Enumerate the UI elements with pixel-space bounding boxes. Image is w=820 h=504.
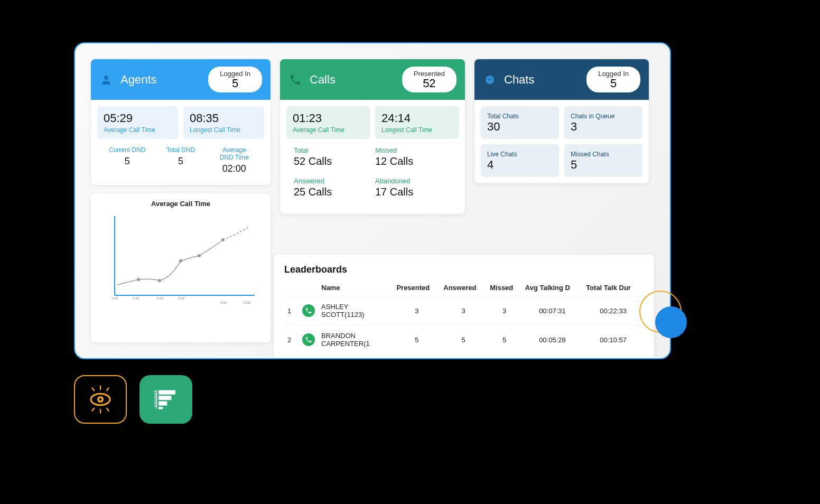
leaderboard-table: Name Presented Answered Missed Avg Talki…: [284, 279, 644, 354]
svg-line-23: [107, 388, 109, 390]
eye-app-icon[interactable]: [74, 375, 127, 424]
svg-line-22: [92, 388, 94, 390]
col-missed[interactable]: Missed: [487, 279, 522, 296]
dashboard-frame: Agents Logged In 5 05:29 Average Call Ti…: [74, 42, 671, 359]
total-dnd: Total DND 5: [154, 146, 207, 174]
person-icon: [99, 73, 113, 87]
line-chart-svg: 0.00 0.00 0.00 0.00 0.00 0.00: [97, 211, 264, 306]
pill-value: 52: [414, 78, 445, 89]
agents-longest-call-time: 08:35 Longest Call Time: [183, 106, 264, 139]
live-chats: Live Chats 4: [481, 144, 559, 177]
total-chats: Total Chats 30: [481, 106, 559, 139]
chats-header: Chats Logged In 5: [474, 59, 649, 100]
chat-icon: [483, 73, 497, 87]
svg-text:0.00: 0.00: [157, 297, 163, 300]
svg-point-5: [179, 259, 182, 263]
svg-rect-33: [154, 403, 155, 404]
svg-rect-32: [154, 400, 155, 402]
agents-card: Agents Logged In 5 05:29 Average Call Ti…: [91, 59, 271, 185]
svg-point-6: [198, 254, 201, 257]
calls-answered: Answered 25 Calls: [294, 177, 370, 198]
col-avg-talking[interactable]: Avg Talking D: [522, 279, 583, 296]
svg-rect-35: [159, 390, 175, 395]
chart-title: Average Call Time: [97, 200, 264, 208]
svg-point-4: [158, 279, 161, 282]
svg-point-15: [488, 79, 489, 80]
current-dnd: Current DND 5: [100, 146, 154, 174]
svg-text:0.00: 0.00: [178, 297, 184, 300]
svg-text:0.00: 0.00: [244, 301, 250, 304]
pill-value: 5: [220, 78, 250, 89]
phone-icon: [288, 73, 302, 87]
svg-text:0.00: 0.00: [112, 297, 118, 300]
svg-rect-34: [154, 406, 155, 407]
svg-line-25: [92, 408, 94, 411]
col-total-talk[interactable]: Total Talk Dur: [583, 279, 644, 296]
svg-rect-28: [154, 391, 155, 392]
svg-point-16: [489, 79, 490, 80]
missed-chats: Missed Chats 5: [564, 144, 642, 177]
agents-logged-in-pill: Logged In 5: [208, 67, 262, 92]
svg-rect-36: [159, 396, 171, 400]
svg-point-3: [137, 278, 140, 281]
calls-presented-pill: Presented 52: [402, 67, 456, 92]
phone-active-icon: [302, 304, 315, 317]
svg-rect-27: [156, 390, 157, 409]
svg-point-7: [221, 238, 225, 241]
table-row[interactable]: 2 BRANDON CARPENTER(1 5 5 5 00:05:28 00:…: [284, 325, 644, 354]
calls-longest-call-time: 24:14 Longest Call Time: [375, 106, 459, 139]
phone-active-icon: [302, 333, 315, 346]
svg-point-17: [491, 79, 492, 80]
calls-avg-call-time: 01:23 Average Call Time: [286, 106, 370, 139]
svg-rect-29: [154, 393, 155, 394]
col-name[interactable]: Name: [318, 279, 393, 296]
calls-card: Calls Presented 52 01:23 Average Call Ti…: [280, 59, 465, 214]
svg-text:0.00: 0.00: [133, 297, 139, 300]
avg-call-time-chart: Average Call Time 0.00 0.00 0.00 0.00 0.…: [91, 193, 271, 342]
chats-in-queue: Chats in Queue 3: [564, 106, 642, 139]
avg-dnd-time: Average DND Time 02:00: [208, 146, 261, 174]
chats-card: Chats Logged In 5 Total Chats 30 Chats i…: [474, 59, 649, 183]
svg-point-20: [99, 398, 102, 401]
calls-missed: Missed 12 Calls: [375, 146, 451, 167]
svg-line-26: [107, 408, 109, 411]
app-icons-row: [74, 375, 192, 424]
agents-column: Agents Logged In 5 05:29 Average Call Ti…: [91, 59, 271, 342]
svg-point-0: [104, 76, 108, 80]
svg-rect-38: [159, 407, 163, 409]
agents-title: Agents: [120, 73, 157, 87]
svg-text:0.00: 0.00: [220, 301, 227, 304]
bar-chart-app-icon[interactable]: [139, 375, 192, 424]
svg-rect-31: [154, 398, 155, 399]
calls-header: Calls Presented 52: [280, 59, 465, 100]
leaderboard-title: Leaderboards: [284, 264, 644, 275]
decorative-circle: [655, 306, 687, 338]
agents-header: Agents Logged In 5: [91, 59, 271, 100]
leaderboard-header-row: Name Presented Answered Missed Avg Talki…: [284, 279, 644, 296]
table-row[interactable]: 1 ASHLEY SCOTT(1123) 3 3 3 00:07:31 00:2…: [284, 296, 644, 325]
col-presented[interactable]: Presented: [393, 279, 440, 296]
agents-avg-call-time: 05:29 Average Call Time: [97, 106, 178, 139]
calls-abandoned: Abandoned 17 Calls: [375, 177, 451, 198]
calls-total: Total 52 Calls: [294, 146, 370, 167]
col-answered[interactable]: Answered: [440, 279, 487, 296]
chats-logged-in-pill: Logged In 5: [586, 67, 640, 92]
chats-title: Chats: [504, 73, 534, 87]
svg-rect-30: [154, 396, 155, 397]
pill-value: 5: [598, 78, 629, 89]
leaderboard-card: Leaderboards Name Presented Answered Mis…: [274, 255, 654, 358]
svg-rect-37: [159, 401, 167, 405]
calls-title: Calls: [310, 73, 336, 87]
